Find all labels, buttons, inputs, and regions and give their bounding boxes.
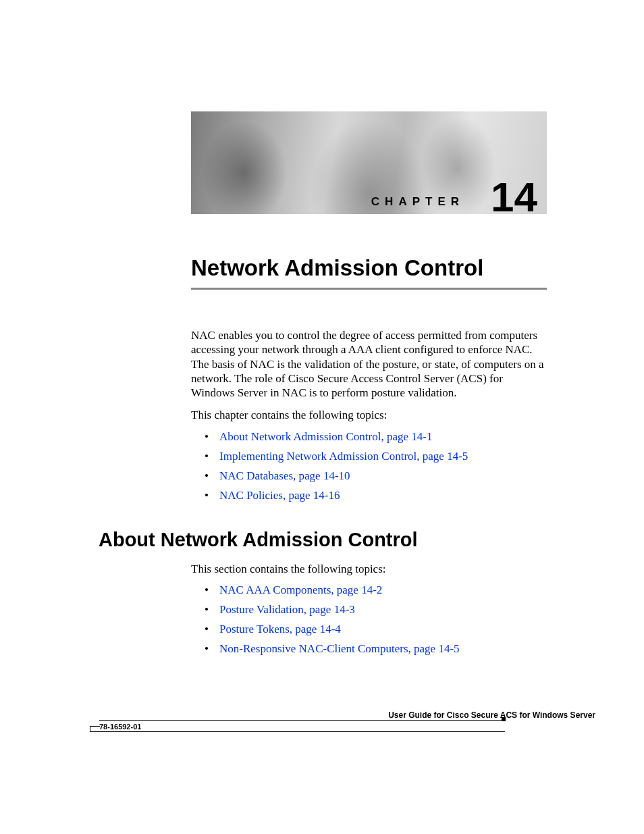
section-topics-list: NAC AAA Components, page 14-2 Posture Va… [205,577,542,662]
topic-link[interactable]: NAC Databases, page 14-10 [219,469,350,482]
list-item: Posture Validation, page 14-3 [205,603,542,617]
chapter-banner-image: CHAPTER 14 [191,111,547,214]
section-title: About Network Admission Control [99,529,418,551]
footer-tick [90,726,100,727]
topic-link[interactable]: NAC Policies, page 14-16 [219,489,340,502]
chapter-title: Network Admission Control [191,255,483,281]
topic-link[interactable]: NAC AAA Components, page 14-2 [219,583,382,596]
list-item: NAC Policies, page 14-16 [205,489,542,502]
list-item: Posture Tokens, page 14-4 [205,623,542,636]
footer-rule [90,731,505,732]
topic-link[interactable]: Implementing Network Admission Control, … [219,450,468,463]
page: CHAPTER 14 Network Admission Control NAC… [0,0,644,834]
footer-square-icon [502,717,506,721]
list-item: Non-Responsive NAC-Client Computers, pag… [205,642,542,656]
topic-link[interactable]: Non-Responsive NAC-Client Computers, pag… [219,642,460,655]
title-rule [191,288,547,290]
topic-link[interactable]: Posture Tokens, page 14-4 [219,623,341,635]
chapter-topics-list: About Network Admission Control, page 14… [205,424,542,509]
footer-doc-number: 78-16592-01 [99,723,141,731]
chapter-number: 14 [491,176,537,214]
list-item: NAC AAA Components, page 14-2 [205,583,542,597]
topics-intro: This chapter contains the following topi… [191,409,547,422]
section-intro: This section contains the following topi… [191,563,547,576]
footer-guide-title: User Guide for Cisco Secure ACS for Wind… [388,710,595,720]
topic-link[interactable]: About Network Admission Control, page 14… [219,430,432,443]
intro-paragraph: NAC enables you to control the degree of… [191,328,547,400]
chapter-label: CHAPTER [371,195,464,209]
list-item: About Network Admission Control, page 14… [205,430,542,444]
topic-link[interactable]: Posture Validation, page 14-3 [219,603,355,616]
list-item: NAC Databases, page 14-10 [205,469,542,483]
footer-tick [90,726,90,731]
list-item: Implementing Network Admission Control, … [205,450,542,463]
footer-rule [99,720,506,721]
